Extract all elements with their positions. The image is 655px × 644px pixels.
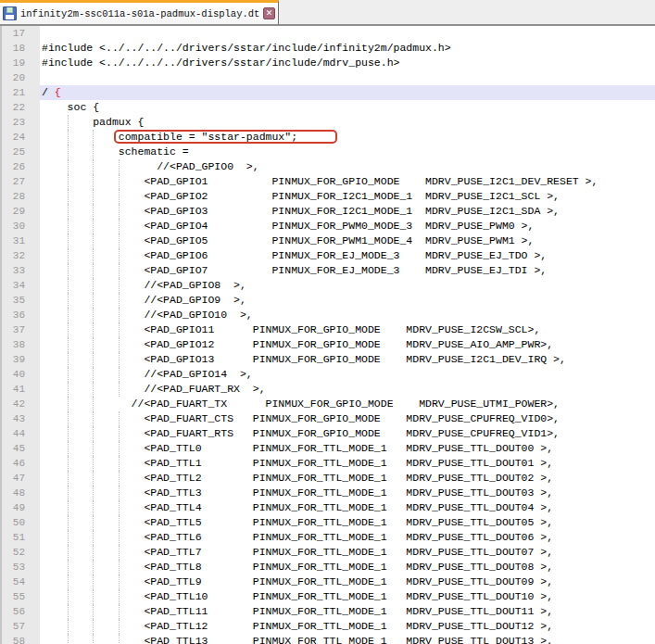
code-line[interactable]: 41 //<PAD_FUART_RX >, — [0, 382, 655, 397]
code-line[interactable]: 26 //<PAD_GPIO0 >, — [0, 159, 655, 174]
code-editor[interactable]: 1718#include <../../../../drivers/sstar/… — [0, 26, 655, 644]
code-line-text[interactable]: <PAD_GPIO7 PINMUX_FOR_EJ_MODE_3 MDRV_PUS… — [40, 263, 655, 278]
tab-file-dtsi[interactable]: infinity2m-ssc011a-s01a-padmux-display.d… — [0, 0, 279, 24]
code-line[interactable]: 20 — [0, 70, 655, 85]
code-line-text[interactable]: <PAD_TTL4 PINMUX_FOR_TTL_MODE_1 MDRV_PUS… — [40, 500, 655, 515]
code-line-text[interactable]: //<PAD_FUART_RX >, — [40, 382, 655, 397]
code-line-text[interactable]: <PAD_TTL6 PINMUX_FOR_TTL_MODE_1 MDRV_PUS… — [40, 530, 655, 545]
code-line-text[interactable]: / { — [40, 85, 655, 100]
code-line-text[interactable]: <PAD_TTL2 PINMUX_FOR_TTL_MODE_1 MDRV_PUS… — [40, 471, 655, 486]
code-line-text[interactable]: <PAD_TTL8 PINMUX_FOR_TTL_MODE_1 MDRV_PUS… — [40, 560, 655, 575]
code-line[interactable]: 45 <PAD_TTL0 PINMUX_FOR_TTL_MODE_1 MDRV_… — [0, 441, 655, 456]
code-line-text[interactable]: <PAD_TTL1 PINMUX_FOR_TTL_MODE_1 MDRV_PUS… — [40, 456, 655, 471]
code-line[interactable]: 42 //<PAD_FUART_TX PINMUX_FOR_GPIO_MODE … — [0, 397, 655, 411]
code-line[interactable]: 28 <PAD_GPIO2 PINMUX_FOR_I2C1_MODE_1 MDR… — [0, 189, 655, 204]
code-line[interactable]: 23 padmux { — [0, 115, 655, 130]
code-line[interactable]: 35 //<PAD_GPIO9 >, — [0, 293, 655, 308]
code-line[interactable]: 17 — [0, 26, 655, 41]
code-line-text[interactable]: <PAD_GPIO6 PINMUX_FOR_EJ_MODE_3 MDRV_PUS… — [40, 248, 655, 263]
code-line[interactable]: 52 <PAD_TTL7 PINMUX_FOR_TTL_MODE_1 MDRV_… — [0, 545, 655, 560]
code-line-text[interactable]: <PAD_TTL12 PINMUX_FOR_TTL_MODE_1 MDRV_PU… — [40, 619, 655, 634]
code-line[interactable]: 43 <PAD_FUART_CTS PINMUX_FOR_GPIO_MODE M… — [0, 411, 655, 426]
indent-guide — [93, 367, 94, 382]
indent-guide — [93, 159, 94, 174]
code-line[interactable]: 29 <PAD_GPIO3 PINMUX_FOR_I2C1_MODE_1 MDR… — [0, 204, 655, 219]
code-line-text[interactable]: soc { — [40, 100, 655, 115]
code-line-text[interactable]: //<PAD_GPIO9 >, — [40, 293, 655, 308]
code-line-text[interactable]: <PAD_FUART_RTS PINMUX_FOR_GPIO_MODE MDRV… — [40, 426, 655, 441]
code-line[interactable]: 38 <PAD_GPIO12 PINMUX_FOR_GPIO_MODE MDRV… — [0, 337, 655, 352]
code-line[interactable]: 47 <PAD_TTL2 PINMUX_FOR_TTL_MODE_1 MDRV_… — [0, 471, 655, 486]
code-line[interactable]: 24 compatible = "sstar-padmux"; — [0, 130, 655, 145]
code-line-text[interactable]: <PAD_GPIO12 PINMUX_FOR_GPIO_MODE MDRV_PU… — [40, 337, 655, 352]
code-line-text[interactable]: <PAD_GPIO2 PINMUX_FOR_I2C1_MODE_1 MDRV_P… — [40, 189, 655, 204]
code-line[interactable]: 36 //<PAD_GPIO10 >, — [0, 308, 655, 322]
code-line[interactable]: 34 //<PAD_GPIO8 >, — [0, 278, 655, 293]
code-line-text[interactable]: <PAD_FUART_CTS PINMUX_FOR_GPIO_MODE MDRV… — [40, 411, 655, 426]
code-line-text[interactable]: <PAD_GPIO3 PINMUX_FOR_I2C1_MODE_1 MDRV_P… — [40, 204, 655, 219]
close-icon[interactable]: ✕ — [263, 7, 275, 19]
indent-guide — [68, 308, 69, 322]
code-line-text[interactable]: <PAD_GPIO11 PINMUX_FOR_GPIO_MODE MDRV_PU… — [40, 322, 655, 337]
indent-guide — [119, 545, 120, 560]
code-line[interactable]: 40 //<PAD_GPIO14 >, — [0, 367, 655, 382]
line-number: 38 — [0, 337, 40, 352]
code-line[interactable]: 58 <PAD_TTL13 PINMUX_FOR_TTL_MODE_1 MDRV… — [0, 634, 655, 644]
code-line-text[interactable] — [40, 26, 655, 41]
code-line-text[interactable]: //<PAD_GPIO14 >, — [40, 367, 655, 382]
code-line-text[interactable] — [40, 70, 655, 85]
code-line-text[interactable]: <PAD_GPIO4 PINMUX_FOR_PWM0_MODE_3 MDRV_P… — [40, 219, 655, 234]
code-line-text[interactable]: //<PAD_GPIO0 >, — [40, 159, 655, 174]
code-line[interactable]: 49 <PAD_TTL4 PINMUX_FOR_TTL_MODE_1 MDRV_… — [0, 500, 655, 515]
code-line-text[interactable]: schematic = — [40, 145, 655, 159]
code-line[interactable]: 51 <PAD_TTL6 PINMUX_FOR_TTL_MODE_1 MDRV_… — [0, 530, 655, 545]
code-line-text[interactable]: <PAD_GPIO1 PINMUX_FOR_GPIO_MODE MDRV_PUS… — [40, 174, 655, 189]
code-line-text[interactable]: <PAD_TTL0 PINMUX_FOR_TTL_MODE_1 MDRV_PUS… — [40, 441, 655, 456]
code-line[interactable]: 55 <PAD_TTL10 PINMUX_FOR_TTL_MODE_1 MDRV… — [0, 589, 655, 604]
code-line[interactable]: 21/ { — [0, 85, 655, 100]
code-line[interactable]: 30 <PAD_GPIO4 PINMUX_FOR_PWM0_MODE_3 MDR… — [0, 219, 655, 234]
code-line[interactable]: 56 <PAD_TTL11 PINMUX_FOR_TTL_MODE_1 MDRV… — [0, 604, 655, 619]
code-line-text[interactable]: <PAD_TTL13 PINMUX_FOR_TTL_MODE_1 MDRV_PU… — [40, 634, 655, 644]
code-line[interactable]: 44 <PAD_FUART_RTS PINMUX_FOR_GPIO_MODE M… — [0, 426, 655, 441]
code-line[interactable]: 18#include <../../../../drivers/sstar/in… — [0, 41, 655, 56]
indent-guide — [93, 589, 94, 604]
code-line[interactable]: 32 <PAD_GPIO6 PINMUX_FOR_EJ_MODE_3 MDRV_… — [0, 248, 655, 263]
code-line-text[interactable]: <PAD_TTL5 PINMUX_FOR_TTL_MODE_1 MDRV_PUS… — [40, 515, 655, 530]
code-line-text[interactable]: //<PAD_GPIO10 >, — [40, 308, 655, 322]
code-line[interactable]: 39 <PAD_GPIO13 PINMUX_FOR_GPIO_MODE MDRV… — [0, 352, 655, 367]
code-line-text[interactable]: #include <../../../../drivers/sstar/incl… — [40, 41, 655, 56]
code-line-text[interactable]: <PAD_TTL3 PINMUX_FOR_TTL_MODE_1 MDRV_PUS… — [40, 486, 655, 500]
code-line-text[interactable]: padmux { — [40, 115, 655, 130]
code-line[interactable]: 48 <PAD_TTL3 PINMUX_FOR_TTL_MODE_1 MDRV_… — [0, 486, 655, 500]
code-line[interactable]: 22 soc { — [0, 100, 655, 115]
code-line[interactable]: 54 <PAD_TTL9 PINMUX_FOR_TTL_MODE_1 MDRV_… — [0, 575, 655, 589]
code-line-text[interactable]: //<PAD_GPIO8 >, — [40, 278, 655, 293]
code-line[interactable]: 31 <PAD_GPIO5 PINMUX_FOR_PWM1_MODE_4 MDR… — [0, 234, 655, 248]
code-line[interactable]: 57 <PAD_TTL12 PINMUX_FOR_TTL_MODE_1 MDRV… — [0, 619, 655, 634]
code-line[interactable]: 37 <PAD_GPIO11 PINMUX_FOR_GPIO_MODE MDRV… — [0, 322, 655, 337]
code-line[interactable]: 27 <PAD_GPIO1 PINMUX_FOR_GPIO_MODE MDRV_… — [0, 174, 655, 189]
indent-guide — [119, 204, 120, 219]
code-line-text[interactable]: #include <../../../../drivers/sstar/incl… — [40, 56, 655, 70]
code-line-text[interactable]: <PAD_TTL9 PINMUX_FOR_TTL_MODE_1 MDRV_PUS… — [40, 575, 655, 589]
code-line[interactable]: 50 <PAD_TTL5 PINMUX_FOR_TTL_MODE_1 MDRV_… — [0, 515, 655, 530]
code-line-text[interactable]: <PAD_TTL7 PINMUX_FOR_TTL_MODE_1 MDRV_PUS… — [40, 545, 655, 560]
code-line-text[interactable]: <PAD_GPIO13 PINMUX_FOR_GPIO_MODE MDRV_PU… — [40, 352, 655, 367]
code-line[interactable]: 53 <PAD_TTL8 PINMUX_FOR_TTL_MODE_1 MDRV_… — [0, 560, 655, 575]
code-line-text[interactable]: //<PAD_FUART_TX PINMUX_FOR_GPIO_MODE MDR… — [40, 397, 655, 411]
code-line-text[interactable]: <PAD_TTL11 PINMUX_FOR_TTL_MODE_1 MDRV_PU… — [40, 604, 655, 619]
indent-guide — [119, 219, 120, 234]
code-line[interactable]: 33 <PAD_GPIO7 PINMUX_FOR_EJ_MODE_3 MDRV_… — [0, 263, 655, 278]
line-number: 43 — [0, 411, 40, 426]
indent-guide — [119, 604, 120, 619]
code-line-text[interactable]: <PAD_TTL10 PINMUX_FOR_TTL_MODE_1 MDRV_PU… — [40, 589, 655, 604]
indent-guide — [119, 441, 120, 456]
line-number: 50 — [0, 515, 40, 530]
code-line[interactable]: 25 schematic = — [0, 145, 655, 159]
code-line[interactable]: 19#include <../../../../drivers/sstar/in… — [0, 56, 655, 70]
code-line-text[interactable]: <PAD_GPIO5 PINMUX_FOR_PWM1_MODE_4 MDRV_P… — [40, 234, 655, 248]
line-number: 45 — [0, 441, 40, 456]
code-line[interactable]: 46 <PAD_TTL1 PINMUX_FOR_TTL_MODE_1 MDRV_… — [0, 456, 655, 471]
code-line-text[interactable]: compatible = "sstar-padmux"; — [40, 130, 655, 145]
